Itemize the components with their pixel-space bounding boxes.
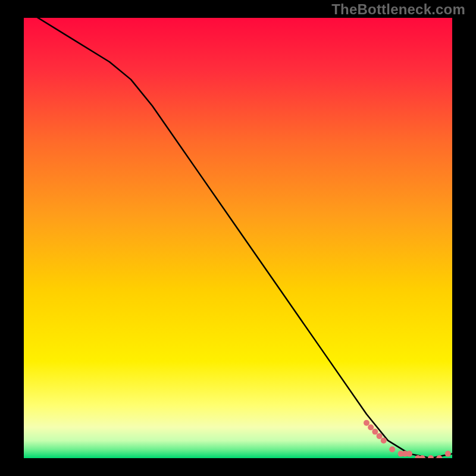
- watermark-text: TheBottleneck.com: [331, 1, 465, 18]
- data-point: [445, 451, 451, 457]
- data-point: [372, 429, 378, 435]
- chart-frame: TheBottleneck.com: [0, 0, 476, 476]
- plot-area: [24, 18, 452, 458]
- data-point: [406, 451, 412, 457]
- chart-svg: [24, 18, 452, 458]
- gradient-background: [24, 18, 452, 458]
- data-point: [389, 446, 395, 452]
- data-point: [368, 424, 374, 430]
- data-point: [364, 420, 369, 426]
- data-point: [381, 437, 387, 443]
- data-point: [377, 433, 383, 439]
